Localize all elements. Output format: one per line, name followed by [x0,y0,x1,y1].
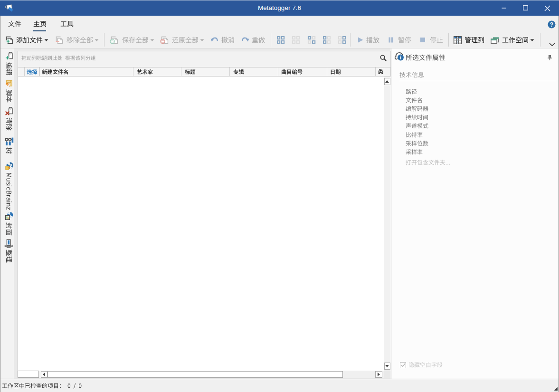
svg-text:?: ? [550,21,553,28]
